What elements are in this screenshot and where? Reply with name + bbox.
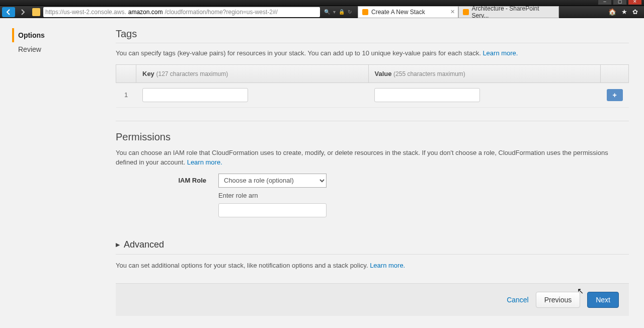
stop-icon[interactable]: ▾ [333, 9, 336, 15]
col-key-hint: (127 characters maximum) [156, 70, 228, 77]
window-close-button[interactable]: ✕ [628, 0, 642, 5]
window-minimize-button[interactable]: – [598, 0, 612, 5]
tab-title: Create A New Stack [371, 9, 425, 16]
role-arn-input[interactable] [218, 203, 327, 217]
advanced-toggle[interactable]: ▶ Advanced [116, 239, 629, 255]
lock-icon: 🔒 [339, 9, 345, 15]
cancel-button[interactable]: Cancel [507, 296, 529, 304]
arrow-right-icon [19, 9, 26, 16]
permissions-learn-more-link[interactable]: Learn more. [187, 158, 222, 166]
iam-role-row: IAM Role Choose a role (optional) Enter … [171, 174, 629, 217]
sidebar-item-options[interactable]: Options [12, 28, 101, 42]
aws-favicon-icon [362, 9, 368, 15]
site-icon [32, 8, 40, 16]
col-num [116, 64, 136, 83]
forward-button[interactable] [16, 7, 29, 17]
advanced-desc-text: You can set additional options for your … [116, 262, 370, 269]
home-icon[interactable]: 🏠 [608, 8, 616, 16]
row-number: 1 [116, 83, 136, 107]
col-value-label: Value [375, 70, 392, 77]
advanced-heading: Advanced [124, 239, 164, 250]
wizard-footer: Cancel Previous Next [116, 283, 629, 316]
tab-close-icon[interactable]: ✕ [450, 9, 455, 15]
refresh-icon[interactable]: ↻ [348, 9, 352, 15]
col-key-label: Key [142, 70, 154, 77]
aws-favicon-icon [463, 9, 469, 15]
tags-heading: Tags [116, 28, 629, 43]
col-actions [601, 64, 629, 83]
advanced-learn-more-link[interactable]: Learn more. [370, 262, 405, 269]
url-controls: 🔍 ▾ 🔒 ↻ [321, 9, 355, 15]
previous-button[interactable]: Previous [536, 292, 580, 308]
col-value-hint: (255 characters maximum) [393, 70, 465, 77]
tag-key-input[interactable] [142, 88, 248, 102]
favorites-icon[interactable]: ★ [621, 8, 627, 16]
url-domain: amazon.com [128, 9, 163, 16]
iam-role-label: IAM Role [171, 174, 206, 184]
address-bar[interactable]: https://us-west-2.console.aws.amazon.com… [43, 7, 320, 17]
tab-strip: Create A New Stack ✕ Architecture - Shar… [358, 6, 559, 18]
tags-description: You can specify tags (key-value pairs) f… [116, 48, 629, 58]
search-icon[interactable]: 🔍 [324, 9, 330, 15]
sidebar-item-review[interactable]: Review [12, 42, 101, 56]
col-key: Key (127 characters maximum) [136, 64, 369, 83]
add-tag-button[interactable]: + [607, 89, 623, 101]
tab-create-stack[interactable]: Create A New Stack ✕ [358, 6, 458, 18]
tag-row: 1 + [116, 83, 629, 107]
tags-learn-more-link[interactable]: Learn more. [482, 49, 518, 57]
col-value: Value (255 characters maximum) [368, 64, 601, 83]
tag-value-input[interactable] [374, 88, 480, 102]
divider [116, 121, 629, 121]
permissions-heading: Permissions [116, 131, 629, 143]
next-button[interactable]: Next [587, 292, 619, 308]
role-arn-label: Enter role arn [218, 192, 327, 199]
settings-icon[interactable]: ✿ [632, 8, 638, 16]
iam-role-select[interactable]: Choose a role (optional) [218, 174, 327, 188]
tab-title: Architecture - SharePoint Serv... [472, 5, 554, 19]
page-body: Options Review Tags You can specify tags… [0, 18, 644, 322]
tab-architecture[interactable]: Architecture - SharePoint Serv... [458, 6, 559, 18]
arrow-left-icon [5, 9, 12, 16]
url-suffix: /cloudformation/home?region=us-west-2#/ [165, 9, 277, 16]
main-content: Tags You can specify tags (key-value pai… [101, 18, 644, 322]
window-maximize-button[interactable]: ▢ [613, 0, 627, 5]
tags-table: Key (127 characters maximum) Value (255 … [116, 64, 629, 108]
permissions-description: You can choose an IAM role that CloudFor… [116, 148, 629, 168]
browser-toolbar: https://us-west-2.console.aws.amazon.com… [0, 6, 644, 18]
back-button[interactable] [2, 7, 15, 17]
tags-desc-text: You can specify tags (key-value pairs) f… [116, 49, 482, 57]
advanced-description: You can set additional options for your … [116, 261, 629, 271]
wizard-sidebar: Options Review [0, 18, 101, 322]
expand-triangle-icon: ▶ [116, 241, 120, 248]
url-prefix: https://us-west-2.console.aws. [45, 9, 126, 16]
